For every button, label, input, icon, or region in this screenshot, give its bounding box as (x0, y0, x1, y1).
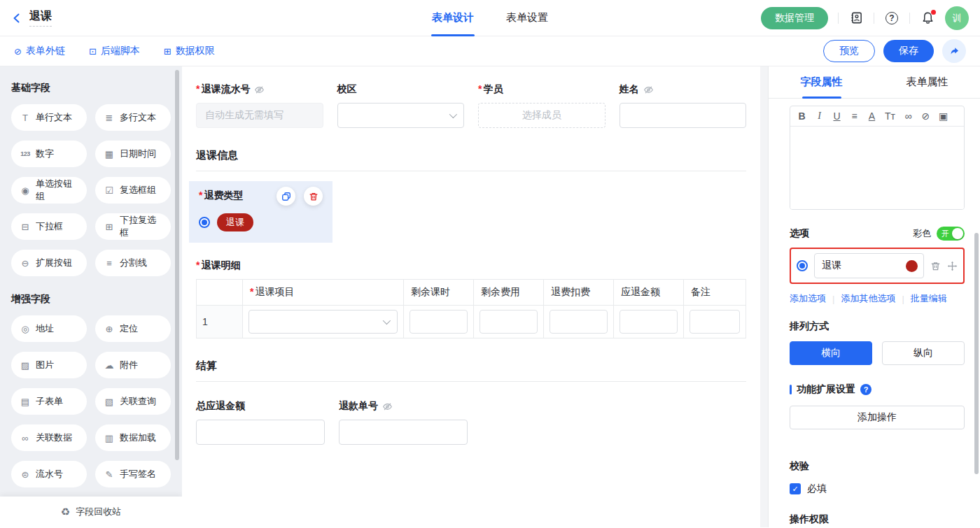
field-number[interactable]: 123数字 (11, 141, 87, 167)
avatar[interactable]: 训 (945, 6, 969, 30)
option-color-swatch[interactable] (906, 260, 918, 272)
data-manage-button[interactable]: 数据管理 (761, 7, 828, 29)
remove-link-icon[interactable]: ⊘ (921, 110, 930, 122)
field-serial-number[interactable]: ⊜流水号 (11, 461, 87, 487)
address-book-icon[interactable] (848, 10, 864, 26)
field-radio-group[interactable]: ◉单选按钮组 (11, 177, 87, 204)
add-other-option-link[interactable]: 添加其他选项 (841, 292, 895, 305)
course-item-select[interactable] (248, 310, 398, 334)
radio-selected-icon[interactable] (199, 217, 210, 228)
required-checkbox[interactable]: ✓ (790, 483, 801, 494)
share-arrow-icon (948, 45, 960, 57)
field-subform[interactable]: ▤子表单 (11, 388, 87, 415)
canvas-panel-gap (760, 66, 768, 527)
underline-icon[interactable]: U (832, 110, 841, 122)
field-signature[interactable]: ✎手写签名 (95, 461, 171, 487)
field-multi-line-text[interactable]: ≣多行文本 (95, 104, 171, 131)
tab-form-settings[interactable]: 表单设置 (506, 0, 548, 36)
tab-field-properties[interactable]: 字段属性 (769, 66, 874, 98)
refund-amount-input[interactable] (620, 310, 678, 334)
insert-link-icon[interactable]: ∞ (904, 110, 913, 122)
batch-edit-link[interactable]: 批量编辑 (911, 292, 947, 305)
help-question-icon[interactable]: ? (860, 384, 872, 395)
campus-select[interactable] (337, 103, 465, 128)
back-button[interactable]: 退课 (11, 9, 52, 27)
field-extend-button[interactable]: ⊖扩展按钮 (11, 250, 87, 276)
add-action-button[interactable]: 添加操作 (790, 406, 965, 429)
option-value-input[interactable]: 退课 (814, 253, 924, 278)
field-dropdown[interactable]: ⊟下拉框 (11, 213, 87, 240)
required-checkbox-row: ✓ 必填 (790, 483, 965, 495)
option-radio[interactable] (797, 260, 808, 271)
delete-option-icon[interactable] (930, 261, 941, 271)
copy-field-button[interactable] (276, 187, 295, 206)
dropdown-icon: ⊟ (20, 222, 31, 232)
insert-image-icon[interactable]: ▣ (939, 110, 948, 122)
form-title[interactable]: 退课 (29, 9, 52, 27)
refund-order-no-input[interactable] (339, 420, 468, 445)
bold-icon[interactable]: B (797, 110, 806, 122)
italic-icon[interactable]: I (815, 110, 824, 122)
field-name[interactable]: 姓名 (620, 83, 747, 128)
remark-input[interactable] (690, 310, 740, 334)
field-refund-order-no[interactable]: 退款单号 (339, 400, 468, 445)
remaining-hours-input[interactable] (410, 310, 468, 334)
field-location[interactable]: ⊕定位 (95, 315, 171, 342)
drag-move-icon[interactable] (947, 261, 958, 271)
font-color-icon[interactable]: A (867, 110, 876, 122)
field-refund-serial[interactable]: 退课流水号 自动生成无需填写 (196, 83, 323, 128)
multi-dropdown-icon: ⊞ (104, 222, 115, 232)
field-divider[interactable]: ≡分割线 (95, 250, 171, 276)
field-linked-data[interactable]: ∞关联数据 (11, 424, 87, 451)
field-data-load[interactable]: ▥数据加载 (95, 424, 171, 451)
help-icon[interactable]: ? (884, 10, 899, 26)
refund-serial-input[interactable]: 自动生成无需填写 (196, 103, 323, 128)
form-external-link[interactable]: ⊘表单外链 (14, 45, 65, 57)
font-size-icon[interactable]: Tт (885, 110, 895, 122)
field-multi-dropdown[interactable]: ⊞下拉复选框 (95, 213, 171, 240)
tab-form-design[interactable]: 表单设计 (432, 0, 474, 36)
textarea-icon: ≣ (104, 113, 115, 123)
field-single-line-text[interactable]: T单行文本 (11, 104, 87, 131)
add-option-link[interactable]: 添加选项 (790, 292, 826, 305)
data-permission-link[interactable]: ⊞数据权限 (164, 45, 215, 57)
field-student[interactable]: 学员 选择成员 (478, 83, 606, 128)
save-button[interactable]: 保存 (883, 40, 934, 62)
refund-type-option-tag[interactable]: 退课 (217, 213, 253, 231)
remaining-fee-input[interactable] (479, 310, 538, 334)
tab-form-properties[interactable]: 表单属性 (874, 66, 980, 98)
field-image[interactable]: ▨图片 (11, 352, 87, 378)
delete-field-button[interactable] (304, 187, 323, 206)
label-text-area[interactable] (790, 127, 964, 209)
arrange-vertical-button[interactable]: 纵向 (882, 341, 965, 365)
preview-button[interactable]: 预览 (823, 40, 875, 62)
student-member-picker[interactable]: 选择成员 (478, 103, 606, 128)
field-total-refund[interactable]: 总应退金额 (196, 400, 325, 445)
eye-off-icon (643, 85, 654, 95)
panel-scrollbar[interactable] (974, 233, 979, 474)
notification-bell-icon[interactable] (920, 10, 935, 26)
arrange-horizontal-button[interactable]: 横向 (790, 341, 872, 365)
field-campus[interactable]: 校区 (337, 83, 465, 128)
field-address[interactable]: ◎地址 (11, 315, 87, 342)
trash-icon (309, 192, 318, 201)
total-refund-input[interactable] (196, 420, 325, 445)
pin-icon: ◎ (20, 324, 31, 334)
align-icon[interactable]: ≡ (850, 110, 859, 122)
backend-script-link[interactable]: ⊡后端脚本 (89, 45, 140, 57)
field-datetime[interactable]: ▦日期时间 (95, 141, 171, 167)
share-button[interactable] (942, 39, 966, 63)
field-attachment[interactable]: ☁附件 (95, 352, 171, 378)
field-linked-query[interactable]: ▧关联查询 (95, 388, 171, 415)
refund-deduction-input[interactable] (550, 310, 608, 334)
chevron-down-icon (449, 110, 457, 118)
field-checkbox-group[interactable]: ☑复选框组 (95, 177, 171, 204)
field-recycle-bin[interactable]: ♻ 字段回收站 (0, 497, 182, 527)
color-toggle[interactable]: 开 (937, 227, 965, 241)
name-input[interactable] (620, 103, 747, 128)
selected-field-refund-type[interactable]: 退费类型 退课 (189, 181, 332, 243)
sidebar-scrollbar[interactable] (175, 70, 179, 460)
label-rich-text-editor: B I U ≡ A Tт ∞ ⊘ ▣ (790, 106, 965, 210)
column-header: 退费扣费 (544, 280, 614, 306)
rich-text-toolbar: B I U ≡ A Tт ∞ ⊘ ▣ (790, 106, 964, 127)
